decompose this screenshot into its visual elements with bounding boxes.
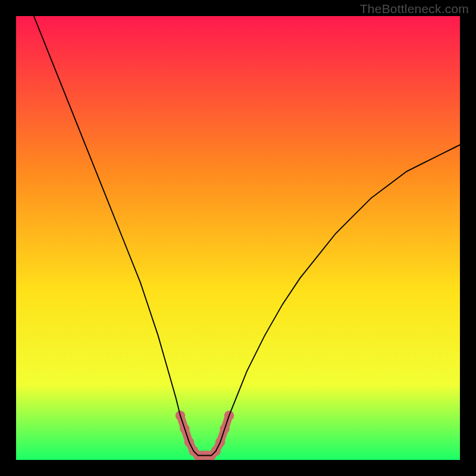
- bottleneck-chart: [16, 16, 460, 460]
- chart-frame: TheBottleneck.com: [0, 0, 476, 476]
- watermark-text: TheBottleneck.com: [360, 2, 469, 16]
